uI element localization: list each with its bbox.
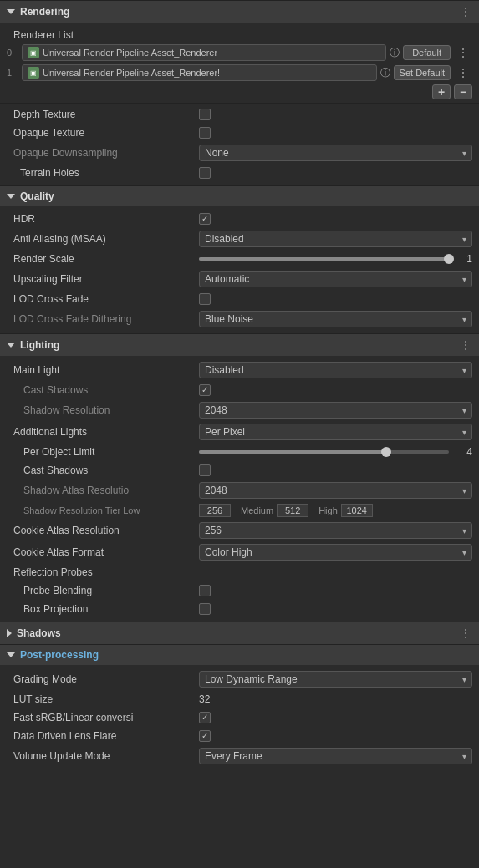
shadows-collapse-icon	[7, 629, 12, 637]
per-object-limit-thumb[interactable]	[381, 447, 391, 457]
cookie-atlas-format-selected: Color High	[205, 546, 252, 558]
renderer-default-btn-0[interactable]: Default	[403, 45, 451, 60]
upscaling-filter-dropdown[interactable]: Automatic ▾	[199, 271, 472, 287]
box-projection-value	[199, 603, 472, 615]
lod-dithering-dropdown[interactable]: Blue Noise ▾	[199, 311, 472, 327]
lod-cross-fade-checkbox[interactable]	[199, 293, 211, 305]
renderer-index-0: 0	[7, 48, 18, 58]
render-scale-row: Render Scale 1	[0, 250, 479, 268]
main-light-shadow-res-selected: 2048	[205, 404, 227, 416]
volume-update-label: Volume Update Mode	[7, 750, 199, 762]
tier-low-input[interactable]: 256	[199, 504, 231, 517]
data-driven-checkbox[interactable]	[199, 730, 211, 742]
shadows-menu-icon[interactable]: ⋮	[460, 627, 472, 640]
cookie-atlas-res-selected: 256	[205, 525, 222, 536]
lighting-section-header[interactable]: Lighting ⋮	[0, 333, 479, 356]
depth-texture-row: Depth Texture	[0, 105, 479, 124]
renderer-info-icon-0[interactable]: ⓘ	[390, 46, 400, 60]
lod-dithering-label: LOD Cross Fade Dithering	[7, 313, 199, 325]
anti-aliasing-dropdown[interactable]: Disabled ▾	[199, 231, 472, 247]
main-light-selected: Disabled	[205, 364, 244, 376]
hdr-label: HDR	[7, 213, 199, 225]
additional-lights-selected: Per Pixel	[205, 426, 245, 438]
shadow-atlas-res-row: Shadow Atlas Resolutio 2048 ▾	[0, 480, 479, 501]
rendering-menu-icon[interactable]: ⋮	[460, 5, 472, 18]
remove-renderer-button[interactable]: −	[454, 84, 472, 99]
renderer-kebab-0[interactable]: ⋮	[454, 46, 472, 59]
opaque-downsampling-dropdown[interactable]: None ▾	[199, 145, 472, 161]
fast-srgb-checkbox[interactable]	[199, 712, 211, 723]
lighting-title: Lighting	[20, 339, 59, 351]
depth-texture-label: Depth Texture	[7, 109, 199, 120]
main-light-shadow-res-dropdown[interactable]: 2048 ▾	[199, 402, 472, 419]
grading-mode-dropdown[interactable]: Low Dynamic Range ▾	[199, 671, 472, 688]
additional-lights-label: Additional Lights	[7, 426, 199, 438]
quality-section-header[interactable]: Quality	[0, 185, 479, 206]
fast-srgb-row: Fast sRGB/Linear conversi	[0, 708, 479, 727]
opaque-downsampling-arrow: ▾	[462, 149, 466, 158]
box-projection-checkbox[interactable]	[199, 603, 211, 615]
renderer-index-1: 1	[7, 68, 18, 78]
postprocessing-section-header[interactable]: Post-processing	[0, 644, 479, 665]
lod-dithering-arrow: ▾	[462, 315, 466, 324]
probe-blending-label: Probe Blending	[7, 585, 199, 596]
renderer-info-icon-1[interactable]: ⓘ	[380, 66, 390, 80]
additional-cast-shadows-checkbox[interactable]	[199, 464, 211, 476]
anti-aliasing-arrow: ▾	[462, 235, 466, 244]
renderer-asset-btn-0[interactable]: ▣ Universal Render Pipeline Asset_Render…	[22, 44, 386, 61]
lighting-menu-icon[interactable]: ⋮	[460, 338, 472, 352]
renderer-name-0: Universal Render Pipeline Asset_Renderer	[43, 48, 217, 58]
grading-mode-selected: Low Dynamic Range	[205, 673, 298, 685]
main-light-shadow-res-value: 2048 ▾	[199, 402, 472, 419]
upscaling-filter-arrow: ▾	[462, 275, 466, 284]
render-scale-thumb[interactable]	[444, 254, 454, 264]
opaque-downsampling-value: None ▾	[199, 145, 472, 161]
renderer-kebab-1[interactable]: ⋮	[454, 66, 472, 79]
depth-texture-checkbox[interactable]	[199, 109, 211, 120]
per-object-limit-fill	[199, 450, 386, 454]
cookie-atlas-res-dropdown[interactable]: 256 ▾	[199, 522, 472, 539]
cookie-atlas-res-label: Cookie Atlas Resolution	[7, 525, 199, 536]
postprocessing-section: Post-processing Grading Mode Low Dynamic…	[0, 644, 479, 770]
shadow-atlas-res-value: 2048 ▾	[199, 482, 472, 499]
terrain-holes-row: Terrain Holes	[0, 164, 479, 182]
main-light-arrow: ▾	[462, 366, 466, 375]
renderer-setdefault-btn-1[interactable]: Set Default	[394, 65, 451, 80]
main-light-cast-shadows-row: Cast Shadows	[0, 381, 479, 399]
main-light-cast-shadows-checkbox[interactable]	[199, 384, 211, 396]
opaque-texture-checkbox[interactable]	[199, 127, 211, 139]
main-light-cast-shadows-label: Cast Shadows	[7, 384, 199, 396]
render-scale-value: 1	[199, 253, 472, 265]
cookie-atlas-res-row: Cookie Atlas Resolution 256 ▾	[0, 520, 479, 541]
lod-dithering-row: LOD Cross Fade Dithering Blue Noise ▾	[0, 308, 479, 330]
hdr-checkbox[interactable]	[199, 213, 211, 225]
lut-size-value: 32	[199, 693, 472, 705]
renderer-asset-btn-1[interactable]: ▣ Universal Render Pipeline Asset_Render…	[22, 64, 377, 81]
volume-update-dropdown[interactable]: Every Frame ▾	[199, 748, 472, 764]
add-remove-row: + −	[0, 83, 479, 101]
per-object-limit-row: Per Object Limit 4	[0, 443, 479, 461]
volume-update-value: Every Frame ▾	[199, 748, 472, 764]
add-renderer-button[interactable]: +	[432, 84, 451, 99]
terrain-holes-checkbox[interactable]	[199, 167, 211, 179]
renderer-asset-icon-0: ▣	[28, 47, 39, 58]
lod-cross-fade-value	[199, 293, 472, 305]
lod-cross-fade-row: LOD Cross Fade	[0, 290, 479, 308]
additional-lights-dropdown[interactable]: Per Pixel ▾	[199, 424, 472, 440]
render-scale-slider[interactable]: 1	[199, 253, 472, 265]
anti-aliasing-value: Disabled ▾	[199, 231, 472, 247]
shadow-atlas-res-dropdown[interactable]: 2048 ▾	[199, 482, 472, 499]
main-light-dropdown[interactable]: Disabled ▾	[199, 362, 472, 378]
tier-medium-input[interactable]: 512	[277, 504, 308, 517]
tier-high-input[interactable]: 1024	[341, 504, 373, 517]
upscaling-filter-label: Upscaling Filter	[7, 273, 199, 285]
probe-blending-checkbox[interactable]	[199, 585, 211, 596]
per-object-limit-slider[interactable]: 4	[199, 446, 472, 458]
shadows-section-header[interactable]: Shadows ⋮	[0, 622, 479, 644]
per-object-limit-label: Per Object Limit	[7, 446, 199, 458]
main-light-shadow-res-label: Shadow Resolution	[7, 404, 199, 416]
cookie-atlas-format-dropdown[interactable]: Color High ▾	[199, 544, 472, 561]
main-light-value: Disabled ▾	[199, 362, 472, 378]
rendering-section-header[interactable]: Rendering ⋮	[0, 0, 479, 23]
grading-mode-arrow: ▾	[462, 675, 466, 684]
